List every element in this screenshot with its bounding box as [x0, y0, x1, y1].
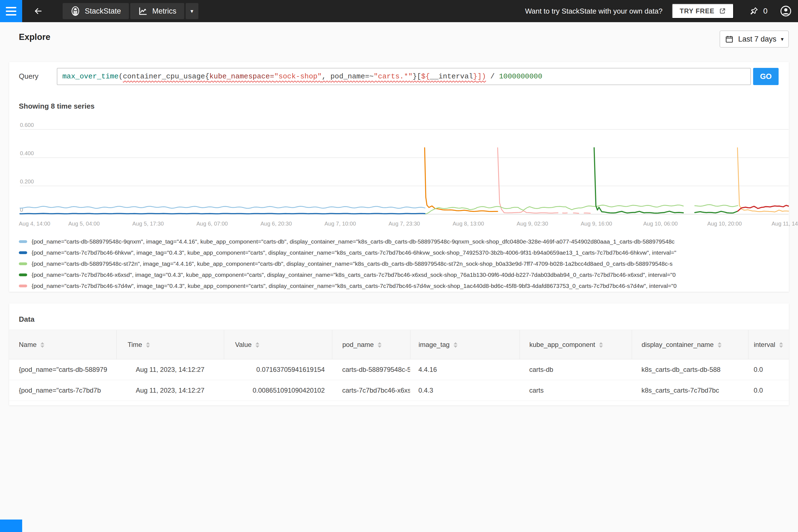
- go-button[interactable]: GO: [753, 68, 779, 85]
- stackstate-logo-icon: [70, 5, 80, 17]
- metrics-card: Query max_over_time(container_cpu_usage{…: [9, 62, 789, 292]
- table-cell: carts: [519, 380, 632, 401]
- tab-metrics[interactable]: Metrics: [130, 3, 184, 19]
- table-cell: {pod_name="carts-7c7bd7b: [9, 380, 116, 401]
- x-tick-label: Aug 10, 20:00: [707, 221, 742, 227]
- svg-text:0.400: 0.400: [20, 150, 34, 156]
- data-table: NameTimeValuepod_nameimage_tagkube_app_c…: [9, 330, 789, 401]
- x-tick-label: Aug 6, 07:00: [196, 221, 228, 227]
- external-link-icon: [719, 7, 726, 15]
- try-free-button[interactable]: TRY FREE: [672, 4, 734, 19]
- sort-icon[interactable]: [718, 342, 722, 348]
- query-token: "carts.*": [374, 72, 412, 81]
- metrics-chart-icon: [138, 6, 148, 16]
- legend-item[interactable]: {pod_name="carts-7c7bd7bc46-s7d4w", imag…: [19, 280, 786, 291]
- query-token: ,: [322, 72, 330, 81]
- column-header-label: display_container_name: [642, 341, 714, 348]
- column-header-pod-name[interactable]: pod_name: [332, 330, 410, 359]
- top-bar: StackState Metrics ▾ Want to try StackSt…: [0, 0, 798, 22]
- table-cell: {pod_name="carts-db-588979: [9, 359, 116, 380]
- legend-label: {pod_name="carts-7c7bd7bc46-x6xsd", imag…: [32, 271, 786, 278]
- table-row[interactable]: {pod_name="carts-7c7bd7bAug 11, 2023, 14…: [9, 380, 789, 401]
- column-header-time[interactable]: Time: [116, 330, 224, 359]
- user-avatar-icon: [780, 5, 792, 17]
- legend-item[interactable]: {pod_name="carts-7c7bd7bc46-x6xsd", imag…: [19, 269, 786, 280]
- sort-icon[interactable]: [599, 342, 603, 348]
- table-cell: 0.0: [748, 359, 789, 380]
- table-cell: 0.0: [748, 380, 789, 401]
- data-table-header-row: NameTimeValuepod_nameimage_tagkube_app_c…: [9, 330, 789, 359]
- x-tick-label: Aug 9, 16:00: [581, 221, 612, 227]
- table-cell: carts-7c7bd7bc46-x6xsd: [332, 380, 410, 401]
- series-carts-7c7bd7bc46-s7d4w: [573, 213, 578, 213]
- query-token: kube_namespace=: [209, 72, 274, 81]
- table-row[interactable]: {pod_name="carts-db-588979Aug 11, 2023, …: [9, 359, 789, 380]
- x-tick-label: Aug 5, 04:00: [68, 221, 99, 227]
- sort-icon[interactable]: [40, 342, 44, 348]
- legend-label: {pod_name="carts-db-588979548c-st72n", i…: [32, 261, 786, 267]
- page-title: Explore: [19, 32, 51, 42]
- series-carts-7c7bd7bc46-x6xsd: [695, 211, 738, 213]
- x-tick-label: Aug 10, 06:00: [643, 221, 678, 227]
- hamburger-menu-button[interactable]: [0, 0, 22, 22]
- x-tick-label: Aug 4, 14:00: [19, 221, 50, 227]
- legend-item[interactable]: {pod_name="carts-7c7bd7bc46-6hkvw", imag…: [19, 247, 786, 258]
- chart-title: Showing 8 time series: [19, 102, 94, 111]
- sort-icon[interactable]: [779, 342, 783, 348]
- query-code: max_over_time(container_cpu_usage{kube_n…: [62, 72, 542, 81]
- user-avatar-button[interactable]: [780, 5, 792, 17]
- query-token: "sock-shop": [274, 72, 322, 81]
- series-orange-spike: [425, 148, 498, 211]
- x-tick-label: Aug 5, 17:30: [132, 221, 164, 227]
- series-carts-7c7bd7bc46-6hkvw: [20, 213, 425, 214]
- series-carts-7c7bd7bc46-s7d4w: [584, 213, 590, 213]
- chart-legend: {pod_name="carts-db-588979548c-9qnxm", i…: [19, 236, 786, 291]
- chevron-down-icon: ▾: [191, 8, 193, 14]
- query-token: ${: [421, 72, 430, 81]
- pin-icon: [749, 6, 759, 16]
- column-header-value[interactable]: Value: [224, 330, 332, 359]
- sort-icon[interactable]: [146, 342, 150, 348]
- column-header-label: pod_name: [342, 341, 374, 348]
- time-range-label: Last 7 days: [738, 35, 776, 43]
- time-series-chart[interactable]: 0.6000.4000.2000: [9, 117, 789, 228]
- table-cell: 0.07163705941619154: [224, 359, 332, 380]
- table-cell: Aug 11, 2023, 14:12:27: [116, 380, 224, 401]
- sidebar-corner: [0, 519, 22, 532]
- data-table-body: {pod_name="carts-db-588979Aug 11, 2023, …: [9, 359, 789, 401]
- sort-icon[interactable]: [255, 342, 259, 348]
- x-tick-label: Aug 6, 20:30: [261, 221, 292, 227]
- try-free-label: TRY FREE: [680, 7, 714, 15]
- column-header-kube-app-component[interactable]: kube_app_component: [519, 330, 632, 359]
- column-header-display-container-name[interactable]: display_container_name: [632, 330, 748, 359]
- calendar-icon: [725, 35, 734, 43]
- legend-item[interactable]: {pod_name="carts-db-588979548c-st72n", i…: [19, 258, 786, 269]
- svg-text:0.600: 0.600: [20, 122, 34, 128]
- series-carts-db-588979548c-9qnxm: [20, 206, 425, 208]
- x-tick-label: Aug 8, 13:00: [453, 221, 484, 227]
- column-header-interval[interactable]: interval: [748, 330, 789, 359]
- table-cell: carts-db: [519, 359, 632, 380]
- column-header-image-tag[interactable]: image_tag: [410, 330, 519, 359]
- x-tick-label: Aug 7, 10:00: [324, 221, 356, 227]
- chevron-down-icon: ▾: [781, 36, 784, 42]
- query-input[interactable]: max_over_time(container_cpu_usage{kube_n…: [57, 68, 751, 85]
- legend-swatch: [19, 240, 27, 243]
- query-token: __interval: [430, 72, 473, 81]
- pinned-views[interactable]: 0: [749, 6, 767, 16]
- legend-item[interactable]: {pod_name="carts-db-588979548c-9qnxm", i…: [19, 236, 786, 247]
- chart-x-axis: Aug 4, 14:00Aug 5, 04:00Aug 5, 17:30Aug …: [9, 221, 789, 229]
- column-header-label: image_tag: [419, 341, 450, 348]
- x-tick-label: Aug 7, 23:30: [388, 221, 420, 227]
- series-carts-db-588979548c-st72n: [695, 205, 738, 207]
- tab-stackstate[interactable]: StackState: [63, 3, 129, 19]
- column-header-name[interactable]: Name: [9, 330, 116, 359]
- legend-swatch: [19, 285, 27, 287]
- table-cell: k8s_carts-db_carts-db-588: [632, 359, 748, 380]
- time-range-button[interactable]: Last 7 days ▾: [720, 31, 789, 48]
- query-token: }[: [413, 72, 421, 81]
- tab-dropdown-button[interactable]: ▾: [186, 3, 198, 19]
- back-button[interactable]: [30, 3, 46, 19]
- sort-icon[interactable]: [378, 342, 382, 348]
- sort-icon[interactable]: [454, 342, 457, 348]
